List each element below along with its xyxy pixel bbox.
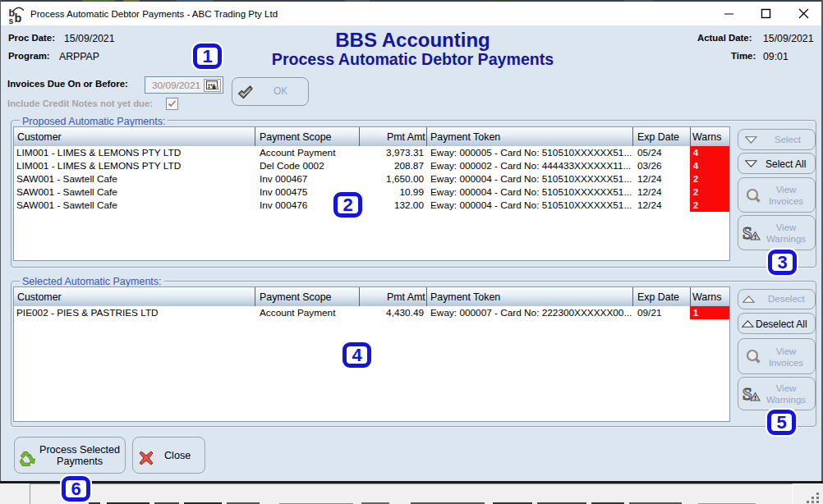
svg-text:S: S [743, 386, 752, 402]
svg-text:S: S [743, 225, 752, 241]
svg-text:s: s [9, 16, 14, 25]
svg-text:b: b [15, 11, 22, 25]
